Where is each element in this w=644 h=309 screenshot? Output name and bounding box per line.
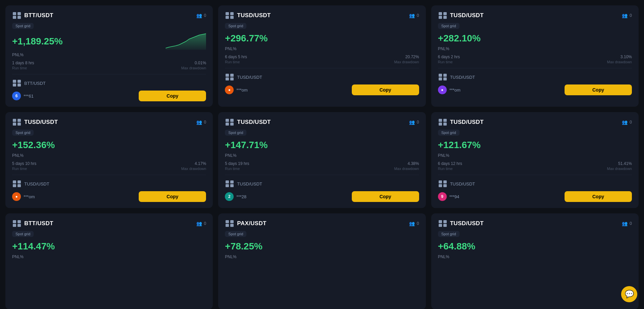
card-pair-title: BTT/USDT — [24, 12, 53, 19]
pnl-label: PNL% — [225, 153, 419, 158]
card-divider — [12, 74, 206, 74]
pnl-value-row: +78.25% — [225, 241, 419, 252]
drawdown-value: 4.17% — [195, 161, 206, 166]
pnl-value-row: +296.77% — [225, 33, 419, 44]
pair-grid-icon — [12, 11, 22, 20]
card-pair-title: TUSD/USDT — [450, 119, 484, 126]
card-pair-title: TUSD/USDT — [450, 220, 484, 227]
svg-rect-31 — [18, 184, 21, 187]
pnl-percentage: +64.88% — [438, 241, 475, 252]
pair-grid-icon — [225, 11, 234, 20]
copy-button[interactable]: Copy — [352, 84, 419, 95]
card-divider — [438, 175, 632, 175]
drawdown-value: 0.01% — [195, 61, 206, 65]
people-icon: 👥 — [409, 221, 415, 226]
svg-rect-17 — [443, 12, 447, 15]
run-time-label: Run time — [12, 66, 34, 70]
avatar: ● — [438, 85, 447, 94]
run-time-label: Run time — [12, 167, 36, 171]
svg-rect-3 — [18, 16, 21, 19]
people-icon: 👥 — [409, 119, 415, 125]
followers-count: 👥 0 — [622, 119, 632, 125]
avatar: 2 — [225, 192, 234, 201]
card-title-row: TUSD/USDT — [438, 118, 484, 126]
pair-grid-icon — [438, 11, 447, 20]
drawdown-info: 4.17% Max drawdown — [181, 161, 206, 171]
svg-rect-15 — [230, 77, 234, 80]
run-time-info: 5 days 19 hrs Run time — [225, 161, 249, 171]
pnl-value-row: +152.36% — [12, 140, 206, 150]
run-time-info: 1 days 8 hrs Run time — [12, 61, 34, 70]
people-icon: 👥 — [196, 119, 202, 125]
svg-rect-2 — [13, 16, 16, 19]
followers-number: 0 — [417, 120, 419, 125]
card-header: TUSD/USDT 👥 0 — [438, 219, 632, 228]
people-icon: 👥 — [622, 13, 628, 18]
svg-rect-14 — [226, 77, 229, 80]
svg-rect-39 — [230, 184, 234, 187]
followers-number: 0 — [630, 13, 632, 18]
badge-row: Spot grid — [12, 231, 206, 237]
copy-button[interactable]: Copy — [565, 191, 632, 202]
svg-rect-8 — [226, 12, 229, 15]
svg-rect-58 — [439, 224, 442, 227]
trading-pair-name: TUSD/USDT — [237, 181, 262, 186]
strategy-badge: Spot grid — [225, 130, 246, 136]
trading-pair-icon — [438, 73, 447, 81]
user-info: 6 ***61 — [12, 92, 34, 100]
card-card-5: TUSD/USDT 👥 0 Spot grid +147.71% PNL% 5 … — [218, 112, 426, 208]
pnl-value-row: +147.71% — [225, 140, 419, 150]
trading-pair-row: TUSD/USDT — [438, 180, 632, 188]
bottom-row: 6 ***61 Copy — [12, 91, 206, 101]
copy-button[interactable]: Copy — [565, 84, 632, 95]
card-pair-title: PAX/USDT — [237, 220, 266, 227]
trading-pair-icon — [12, 79, 22, 87]
card-title-row: BTT/USDT — [12, 219, 53, 228]
svg-rect-4 — [13, 80, 16, 83]
followers-number: 0 — [417, 221, 419, 226]
user-name: ***om — [24, 194, 35, 199]
card-title-row: TUSD/USDT — [12, 118, 58, 126]
pnl-label: PNL% — [438, 153, 632, 158]
svg-rect-18 — [439, 16, 442, 19]
strategy-badge: Spot grid — [225, 231, 246, 237]
svg-rect-37 — [230, 180, 234, 183]
svg-rect-51 — [18, 224, 21, 227]
strategy-badge: Spot grid — [438, 231, 460, 237]
trading-pair-name: TUSD/USDT — [237, 75, 262, 80]
svg-rect-1 — [18, 12, 21, 15]
copy-button[interactable]: Copy — [352, 191, 419, 202]
strategy-badge: Spot grid — [225, 23, 246, 29]
run-time-info: 6 days 12 hrs Run time — [438, 161, 462, 171]
run-days-value: 6 days 5 hrs — [225, 55, 247, 59]
pnl-label: PNL% — [12, 153, 206, 158]
chat-bubble[interactable]: 💬 — [621, 286, 637, 302]
drawdown-info: 0.01% Max drawdown — [181, 61, 206, 70]
copy-button[interactable]: Copy — [139, 91, 206, 101]
avatar: ● — [225, 85, 234, 94]
followers-count: 👥 0 — [196, 13, 206, 18]
followers-count: 👥 0 — [409, 221, 419, 226]
pnl-value-row: +121.67% — [438, 140, 632, 150]
trading-pair-name: BTT/USDT — [24, 81, 46, 86]
svg-rect-54 — [226, 224, 229, 227]
copy-button[interactable]: Copy — [139, 191, 206, 202]
people-icon: 👥 — [196, 13, 202, 18]
bottom-row: ● ***om Copy — [438, 84, 632, 95]
svg-rect-53 — [230, 220, 234, 223]
people-icon: 👥 — [196, 221, 202, 226]
user-info: ● ***om — [225, 85, 247, 94]
card-title-row: PAX/USDT — [225, 219, 266, 228]
strategy-badge: Spot grid — [438, 23, 460, 29]
followers-count: 👥 0 — [409, 119, 419, 125]
svg-rect-44 — [439, 180, 442, 183]
drawdown-label: Max drawdown — [607, 167, 632, 171]
run-days-value: 1 days 8 hrs — [12, 61, 34, 65]
pnl-value-row: +282.10% — [438, 33, 632, 44]
stats-row: 6 days 5 hrs Run time 20.72% Max drawdow… — [225, 55, 419, 64]
svg-rect-59 — [443, 224, 447, 227]
svg-rect-52 — [226, 220, 229, 223]
svg-rect-42 — [439, 123, 442, 126]
svg-rect-6 — [13, 83, 16, 87]
badge-row: Spot grid — [438, 130, 632, 136]
